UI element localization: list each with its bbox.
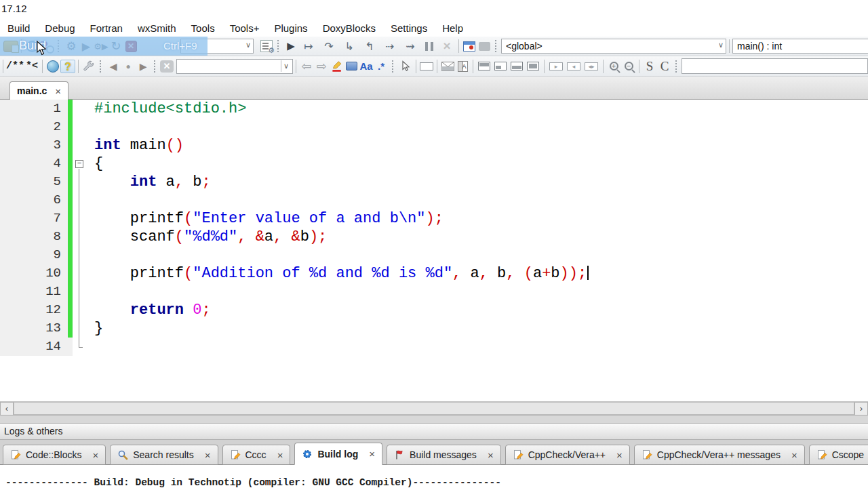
compiler-options-icon[interactable] [260, 40, 273, 52]
build-target-combo[interactable]: ∨ [180, 39, 254, 54]
code-statistics-icon[interactable] [346, 62, 357, 70]
goto-prev-icon[interactable]: ⇦ [299, 58, 314, 75]
menu-item-build[interactable]: Build [0, 20, 37, 36]
doxy-block-comment-icon[interactable]: /** [6, 58, 24, 75]
match-case-icon[interactable]: Aa [359, 58, 374, 75]
code-text[interactable]: int main() [87, 136, 868, 155]
code-text[interactable]: printf("Addition of %d and %d is %d", a,… [87, 264, 868, 283]
pause-icon[interactable] [425, 42, 433, 51]
window-fill-icon[interactable] [527, 62, 539, 70]
function-combo[interactable]: main() : int [732, 39, 868, 54]
settings-wrench-icon[interactable] [81, 58, 96, 75]
close-icon[interactable]: × [277, 449, 283, 461]
browse-forward-icon[interactable]: ▶ [136, 58, 151, 75]
clear-search-icon[interactable]: ✕ [160, 60, 174, 73]
browse-back-icon[interactable]: ◀ [106, 58, 121, 75]
code-text[interactable]: } [87, 319, 868, 338]
run-icon[interactable]: ▶ [79, 38, 94, 54]
goto-next-icon[interactable]: ⇨ [314, 58, 329, 75]
menu-item-wxsmith[interactable]: wxSmith [130, 20, 184, 36]
close-icon[interactable]: × [55, 85, 61, 97]
line-number[interactable]: 13 [0, 319, 68, 338]
build-icon[interactable]: ⚙ [64, 38, 79, 54]
code-text[interactable] [87, 191, 868, 209]
stop-debugger-icon[interactable]: × [438, 38, 456, 54]
code-text[interactable] [87, 118, 868, 136]
debug-continue-icon[interactable]: ▶ [283, 38, 298, 54]
close-icon[interactable]: × [205, 449, 211, 461]
log-tab-build-log[interactable]: Build log× [294, 443, 382, 465]
code-editor[interactable]: 1#include<stdio.h>23int main()4−{5 int a… [0, 100, 868, 401]
toolbar-grip[interactable] [100, 60, 102, 73]
log-tab-cppcheck-vera[interactable]: CppCheck/Vera++× [505, 445, 630, 465]
code-text[interactable]: printf("Enter value of a and b\n"); [87, 209, 868, 228]
browse-marker-icon[interactable]: ● [121, 58, 136, 75]
rebuild-icon[interactable]: ↻ [108, 38, 123, 54]
log-tab-cccc[interactable]: Cccc× [222, 445, 291, 465]
step-out-icon[interactable]: ↰ [359, 38, 380, 54]
line-number[interactable]: 14 [0, 338, 68, 356]
toolbar-text-input[interactable] [682, 58, 868, 74]
code-text[interactable] [87, 283, 868, 301]
menu-item-doxyblocks[interactable]: DoxyBlocks [315, 20, 383, 36]
code-text[interactable]: { [87, 155, 868, 173]
panel-splitter[interactable] [0, 415, 868, 423]
outline-right-icon[interactable]: ▸ [549, 62, 563, 70]
log-tab-code-blocks[interactable]: Code::Blocks× [3, 445, 106, 465]
code-text[interactable] [87, 338, 868, 356]
toolbar-grip[interactable] [154, 60, 156, 73]
close-icon[interactable]: × [369, 448, 375, 460]
window-top-icon[interactable] [478, 62, 490, 70]
code-text[interactable]: int a, b; [87, 173, 868, 191]
menu-item-tools[interactable]: Tools [184, 20, 222, 36]
build-and-run-icon[interactable]: ⚙▶ [94, 38, 108, 54]
debug-windows-icon[interactable] [463, 41, 475, 52]
log-tab-search-results[interactable]: Search results× [110, 445, 218, 465]
pointer-icon[interactable] [398, 58, 413, 75]
line-number[interactable]: 9 [0, 246, 68, 264]
run-to-cursor-icon[interactable]: ↦ [298, 38, 319, 54]
doxy-help-icon[interactable]: ? [60, 60, 75, 73]
menu-item-help[interactable]: Help [435, 20, 471, 36]
various-info-icon[interactable] [479, 42, 490, 51]
toolbar-grip[interactable] [495, 40, 497, 52]
incremental-search-input[interactable]: ∨ [176, 59, 293, 74]
close-icon[interactable]: × [488, 449, 494, 461]
window-bottom-icon[interactable] [511, 62, 523, 70]
symbol-scope-combo[interactable]: <global> ∨ [501, 39, 726, 54]
toolbar-grip[interactable] [675, 60, 677, 73]
menu-item-debug[interactable]: Debug [37, 20, 82, 36]
line-number[interactable]: 2 [0, 118, 68, 136]
paste-icon[interactable] [3, 41, 18, 52]
close-icon[interactable]: × [791, 449, 797, 461]
step-into-instruction-icon[interactable]: ⇝ [400, 38, 420, 54]
line-number[interactable]: 7 [0, 209, 68, 228]
doxy-line-comment-icon[interactable]: *< [24, 58, 39, 75]
log-tab-cscope[interactable]: Cscope× [809, 445, 868, 465]
menu-item-plugins[interactable]: Plugins [267, 20, 315, 36]
horizontal-scrollbar[interactable]: ‹ › [0, 401, 868, 415]
line-number[interactable]: 10 [0, 264, 68, 283]
toolbar-grip[interactable] [58, 40, 60, 52]
scroll-left-icon[interactable]: ‹ [0, 402, 14, 415]
line-number[interactable]: 3 [0, 136, 68, 155]
regex-icon[interactable]: .* [374, 58, 389, 75]
next-instruction-icon[interactable]: ⇢ [380, 38, 400, 54]
format-doc-icon[interactable]: A [455, 58, 470, 75]
envelope-icon[interactable] [440, 58, 455, 75]
line-number[interactable]: 6 [0, 191, 68, 209]
toolbar-grip[interactable] [277, 40, 279, 52]
outline-both-icon[interactable]: ◂▸ [585, 62, 598, 70]
editor-tab-main-c[interactable]: main.c × [9, 81, 68, 100]
code-text[interactable]: #include<stdio.h> [87, 100, 868, 118]
toolbar-grip[interactable] [392, 60, 394, 73]
menu-item-tools[interactable]: Tools+ [222, 20, 267, 36]
zoom-out-icon[interactable]: − [625, 62, 633, 70]
line-number[interactable]: 1 [0, 100, 68, 118]
code-text[interactable]: scanf("%d%d", &a, &b); [87, 228, 868, 246]
close-icon[interactable]: × [616, 449, 623, 461]
code-text[interactable]: return 0; [87, 301, 868, 319]
code-text[interactable] [87, 246, 868, 264]
step-into-icon[interactable]: ↳ [339, 38, 359, 54]
abort-icon[interactable]: ✕ [125, 41, 137, 52]
